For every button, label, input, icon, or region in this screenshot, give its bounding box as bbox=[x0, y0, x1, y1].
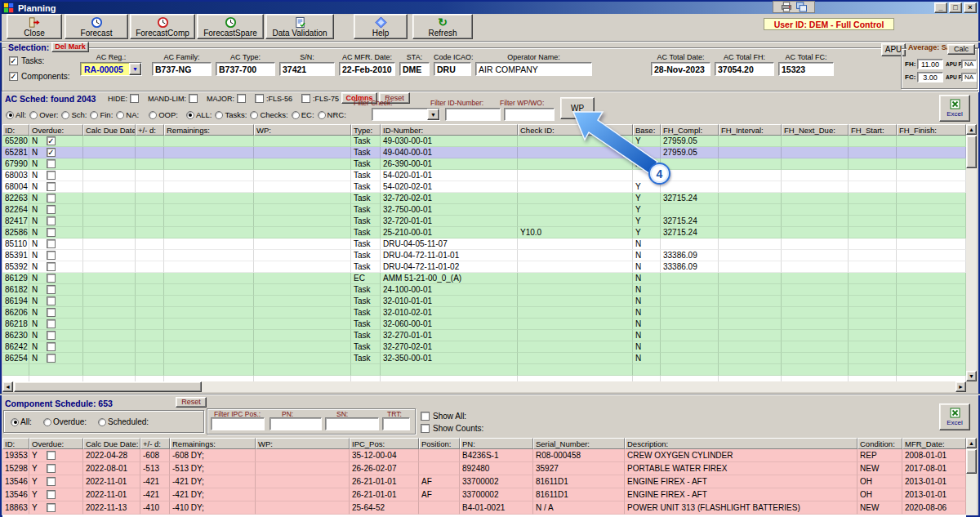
excel-button-component[interactable]: Excel bbox=[939, 403, 970, 430]
column-header[interactable]: Remainings: bbox=[170, 438, 256, 449]
forecastspare-button[interactable]: ForecastSpare bbox=[197, 14, 264, 39]
column-header[interactable]: FH_Finish: bbox=[897, 124, 966, 136]
dropdown-arrow-icon[interactable]: ▼ bbox=[129, 63, 141, 75]
filter-wp-input[interactable] bbox=[504, 108, 555, 121]
forecastcomp-button[interactable]: ForecastComp bbox=[130, 14, 195, 39]
row-checkbox[interactable] bbox=[47, 159, 56, 168]
pn-input[interactable] bbox=[270, 417, 322, 430]
table-row[interactable]: 68004NTask54-020-02-01Y bbox=[2, 181, 966, 193]
column-header[interactable]: FH_Interval: bbox=[719, 124, 782, 136]
table-row[interactable]: 65281N✓Task49-040-00-0127959.05 bbox=[2, 147, 966, 158]
table-row[interactable]: 86218NTask32-060-00-01N bbox=[2, 319, 966, 330]
printer-icon[interactable] bbox=[781, 2, 792, 12]
table-row[interactable]: 65280N✓Task49-030-00-01Y27959.05 bbox=[2, 136, 966, 147]
row-checkbox[interactable] bbox=[47, 354, 56, 363]
forecast-button[interactable]: Forecast bbox=[65, 14, 128, 39]
row-checkbox[interactable] bbox=[47, 296, 56, 305]
scroll-right-icon[interactable]: ► bbox=[956, 381, 966, 392]
column-header[interactable]: Overdue: bbox=[29, 124, 83, 136]
row-checkbox[interactable] bbox=[47, 285, 56, 294]
radio-oop[interactable] bbox=[149, 111, 157, 119]
table-row[interactable]: 86254NTask32-350-00-01N bbox=[2, 353, 966, 364]
del-mark-button[interactable]: Del Mark bbox=[51, 42, 89, 52]
column-header[interactable]: Type: bbox=[351, 124, 381, 136]
row-checkbox[interactable] bbox=[47, 490, 56, 499]
table-row[interactable]: 68003NTask54-020-01-01 bbox=[2, 170, 966, 181]
main-horizontal-scrollbar[interactable]: ◄ ► bbox=[2, 381, 966, 392]
filter-ipc-input[interactable] bbox=[211, 417, 265, 430]
row-checkbox[interactable] bbox=[47, 262, 56, 271]
table-row[interactable]: 82417NTask32-720-01-01Y32715.24 bbox=[2, 216, 966, 227]
column-header[interactable]: ID-Number: bbox=[381, 124, 518, 136]
windows-cascade-icon[interactable] bbox=[795, 2, 808, 12]
ac-reg-dropdown[interactable]: RA-00005▼ bbox=[80, 62, 142, 76]
radio-nrc[interactable] bbox=[318, 111, 326, 119]
table-row[interactable]: 86206NTask32-010-02-01N bbox=[2, 307, 966, 319]
radio-fin[interactable] bbox=[90, 111, 98, 119]
table-row[interactable]: 13546Y2022-11-01-421-421 DY;26-21-01-01A… bbox=[2, 488, 966, 501]
table-row[interactable]: 82264NTask32-750-00-01Y bbox=[2, 204, 966, 216]
component-reset-button[interactable]: Reset bbox=[176, 397, 207, 408]
table-row[interactable]: 18863Y2022-11-13-410-410 DY;25-64-52B4-0… bbox=[2, 501, 966, 515]
apu-fc-input[interactable]: NA bbox=[961, 73, 977, 82]
row-checkbox[interactable] bbox=[47, 274, 56, 283]
fls56-checkbox[interactable] bbox=[255, 94, 264, 103]
row-checkbox[interactable] bbox=[47, 194, 56, 203]
tasks-checkbox[interactable]: ✓ bbox=[9, 56, 18, 65]
table-row[interactable] bbox=[2, 364, 966, 376]
apu-fh-input[interactable]: NA bbox=[961, 60, 977, 69]
hide-checkbox[interactable] bbox=[130, 94, 139, 103]
component-vertical-scrollbar[interactable]: ▲ bbox=[966, 438, 977, 515]
scroll-thumb[interactable] bbox=[966, 136, 977, 168]
row-checkbox[interactable] bbox=[47, 477, 56, 486]
filter-id-input[interactable] bbox=[445, 108, 501, 121]
radio-comp-all[interactable] bbox=[11, 418, 19, 426]
row-checkbox[interactable] bbox=[47, 239, 56, 248]
column-header[interactable]: Overdue: bbox=[29, 438, 83, 449]
sn-input[interactable] bbox=[325, 417, 379, 430]
table-row[interactable]: 86242NTask32-270-02-01N bbox=[2, 341, 966, 353]
table-row[interactable]: 82586NTask25-210-00-01Y10.0Y32715.24 bbox=[2, 227, 966, 238]
column-header[interactable]: PN: bbox=[460, 438, 533, 449]
scroll-thumb[interactable] bbox=[966, 449, 977, 474]
column-header[interactable]: ID: bbox=[2, 438, 29, 449]
radio-over[interactable] bbox=[29, 111, 38, 119]
row-checkbox[interactable] bbox=[47, 308, 56, 317]
column-header[interactable]: Position: bbox=[419, 438, 460, 449]
scroll-up-icon[interactable]: ▲ bbox=[966, 438, 977, 448]
fls75-checkbox[interactable] bbox=[301, 94, 310, 103]
radio-ec[interactable] bbox=[292, 111, 300, 119]
table-row[interactable]: 85391NTaskDRU-04-72-11-01-01N33386.09 bbox=[2, 250, 966, 261]
table-row[interactable]: 86182NTask24-100-00-01N bbox=[2, 284, 966, 296]
row-checkbox[interactable] bbox=[47, 331, 56, 340]
fc-input[interactable]: 3.00 bbox=[917, 72, 943, 82]
table-row[interactable]: 86129NECAMM 51-21-00_0_(A)N bbox=[2, 273, 966, 284]
row-checkbox[interactable] bbox=[47, 171, 56, 180]
components-checkbox[interactable]: ✓ bbox=[9, 72, 18, 81]
column-header[interactable]: +/- d: bbox=[136, 124, 164, 136]
column-header[interactable]: WP: bbox=[256, 438, 350, 449]
close-button[interactable]: Close bbox=[7, 14, 62, 39]
row-checkbox[interactable] bbox=[47, 503, 56, 512]
radio-comp-scheduled[interactable] bbox=[98, 418, 106, 426]
trt-input[interactable] bbox=[382, 417, 410, 430]
scroll-up-icon[interactable]: ▲ bbox=[966, 124, 977, 135]
table-row[interactable]: 15298Y2022-08-01-513-513 DY;26-26-02-078… bbox=[2, 462, 966, 475]
column-header[interactable]: IPC_Pos: bbox=[350, 438, 419, 449]
row-checkbox[interactable] bbox=[47, 319, 56, 328]
help-button[interactable]: Help bbox=[354, 14, 408, 39]
table-row[interactable] bbox=[2, 376, 966, 381]
radio-all-types[interactable] bbox=[186, 111, 194, 119]
dropdown-arrow-icon[interactable]: ▼ bbox=[427, 109, 439, 120]
filter-check-dropdown[interactable]: ▼ bbox=[372, 108, 440, 121]
main-vertical-scrollbar[interactable]: ▲ ▼ bbox=[966, 124, 977, 381]
column-header[interactable]: FH_Start: bbox=[849, 124, 897, 136]
scroll-left-icon[interactable]: ◄ bbox=[2, 381, 13, 392]
column-header[interactable]: +/- d: bbox=[140, 438, 170, 449]
column-header[interactable]: Check ID: bbox=[518, 124, 633, 136]
column-header[interactable]: Remainings: bbox=[164, 124, 254, 136]
radio-comp-overdue[interactable] bbox=[43, 418, 51, 426]
wp-button[interactable]: WP bbox=[560, 97, 595, 119]
table-row[interactable]: 86194NTask32-010-01-01N bbox=[2, 296, 966, 307]
scroll-thumb[interactable] bbox=[14, 381, 202, 392]
